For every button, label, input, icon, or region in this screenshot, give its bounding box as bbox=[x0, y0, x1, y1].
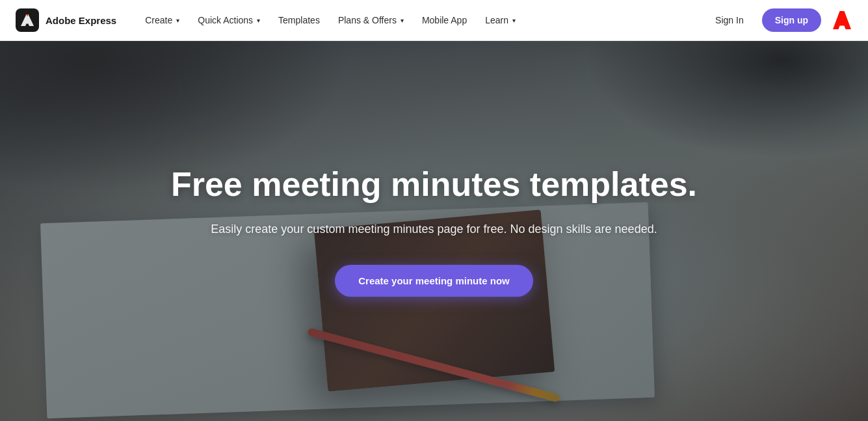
sign-up-button[interactable]: Sign up bbox=[762, 8, 821, 32]
nav-menu: Create ▾ Quick Actions ▾ Templates Plans… bbox=[137, 10, 707, 31]
hero-section: Free meeting minutes templates. Easily c… bbox=[0, 41, 868, 421]
hero-subtitle: Easily create your custom meeting minute… bbox=[171, 220, 697, 239]
brand-name: Adobe Express bbox=[46, 15, 116, 26]
chevron-down-icon: ▾ bbox=[401, 17, 404, 24]
nav-item-mobile-app[interactable]: Mobile App bbox=[414, 10, 475, 31]
brand-logo[interactable]: Adobe Express bbox=[16, 8, 116, 32]
adobe-logo-icon bbox=[832, 10, 852, 31]
adobe-express-icon bbox=[16, 8, 39, 32]
chevron-down-icon: ▾ bbox=[257, 17, 260, 24]
chevron-down-icon: ▾ bbox=[176, 17, 179, 24]
hero-content: Free meeting minutes templates. Easily c… bbox=[145, 165, 723, 297]
hero-cta-button[interactable]: Create your meeting minute now bbox=[335, 265, 533, 297]
nav-item-plans-offers[interactable]: Plans & Offers ▾ bbox=[330, 10, 412, 31]
sign-in-button[interactable]: Sign In bbox=[707, 10, 752, 31]
nav-item-quick-actions[interactable]: Quick Actions ▾ bbox=[190, 10, 268, 31]
navbar-actions: Sign In Sign up bbox=[707, 8, 852, 32]
nav-item-learn[interactable]: Learn ▾ bbox=[477, 10, 523, 31]
navbar: Adobe Express Create ▾ Quick Actions ▾ T… bbox=[0, 0, 868, 41]
chevron-down-icon: ▾ bbox=[512, 17, 516, 24]
nav-item-templates[interactable]: Templates bbox=[270, 10, 328, 31]
hero-title: Free meeting minutes templates. bbox=[171, 165, 697, 204]
nav-item-create[interactable]: Create ▾ bbox=[137, 10, 187, 31]
